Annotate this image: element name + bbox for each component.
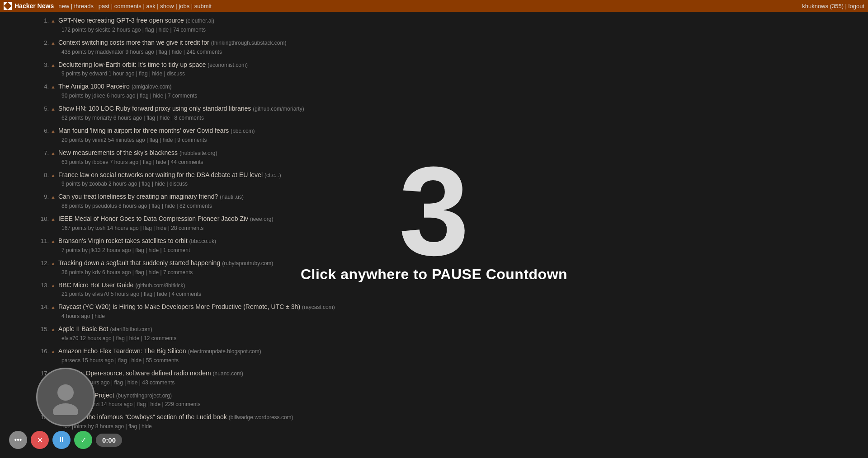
flag-link[interactable]: flag (135, 269, 144, 276)
story-link[interactable]: Show HN: 100 LOC Ruby forward proxy usin… (58, 103, 251, 113)
nav-jobs[interactable]: jobs (179, 3, 189, 9)
upvote-button[interactable]: ▲ (51, 304, 56, 312)
hide-link[interactable]: hide (152, 70, 162, 77)
story-link[interactable]: Apple II Basic Bot (58, 324, 108, 334)
story-link[interactable]: Tracking down a segfault that suddenly s… (58, 258, 220, 268)
upvote-button[interactable]: ▲ (51, 172, 56, 180)
story-link[interactable]: Amazon Echo Flex Teardown: The Big Silic… (58, 346, 186, 356)
comments-link[interactable]: 55 comments (146, 357, 179, 364)
hide-link[interactable]: hide (153, 93, 163, 99)
upvote-button[interactable]: ▲ (51, 215, 56, 224)
upvote-button[interactable]: ▲ (51, 348, 56, 356)
story-user[interactable]: tosh (95, 225, 106, 231)
story-user[interactable]: zoobab (89, 181, 107, 187)
comments-link[interactable]: 8 comments (175, 115, 204, 121)
story-user[interactable]: ibobev (92, 159, 108, 165)
flag-link[interactable]: flag (143, 159, 151, 165)
close-button[interactable]: ✕ (31, 431, 49, 449)
comments-link[interactable]: 12 comments (144, 335, 176, 341)
story-link[interactable]: New measurements of the sky's blackness (58, 148, 178, 158)
check-button[interactable]: ✓ (74, 431, 92, 449)
story-link[interactable]: Can you treat loneliness by creating an … (58, 192, 218, 201)
story-link[interactable]: Context switching costs more than we giv… (58, 37, 209, 47)
story-link[interactable]: IEEE Medal of Honor Goes to Data Compres… (58, 214, 248, 224)
comments-link[interactable]: 241 comments (186, 49, 222, 55)
story-user[interactable]: maddynator (95, 49, 124, 55)
story-link[interactable]: The Amiga 1000 Parceiro (58, 81, 130, 91)
more-button[interactable]: ••• (9, 431, 27, 449)
flag-link[interactable]: flag (159, 49, 167, 55)
comments-link[interactable]: 82 comments (179, 203, 212, 209)
flag-link[interactable]: flag (145, 27, 154, 33)
hide-link[interactable]: hide (94, 313, 105, 319)
upvote-button[interactable]: ▲ (51, 150, 56, 158)
hide-link[interactable]: hide (160, 115, 170, 121)
upvote-button[interactable]: ▲ (51, 105, 56, 113)
flag-link[interactable]: flag (139, 70, 147, 77)
flag-link[interactable]: flag (151, 203, 160, 209)
comments-link[interactable]: 44 comments (171, 159, 203, 165)
hide-link[interactable]: hide (156, 159, 166, 165)
hide-link[interactable]: hide (142, 423, 152, 430)
flag-link[interactable]: flag (140, 93, 148, 99)
comments-link[interactable]: 7 comments (168, 93, 197, 99)
upvote-button[interactable]: ▲ (51, 238, 56, 246)
hide-link[interactable]: hide (150, 401, 160, 407)
user-link[interactable]: khuknows (355) | logout (802, 3, 864, 9)
story-link[interactable]: Branson's Virgin rocket takes satellites… (58, 236, 188, 246)
story-user[interactable]: parsecs (61, 357, 80, 364)
story-user[interactable]: edward (89, 70, 107, 77)
flag-link[interactable]: flag (150, 137, 158, 143)
hide-link[interactable]: hide (163, 137, 173, 143)
hide-link[interactable]: hide (158, 27, 169, 33)
comments-link[interactable]: 9 comments (177, 137, 207, 143)
story-link[interactable]: Decluttering low-Earth orbit: It's time … (58, 60, 206, 70)
nav-past[interactable]: past (99, 3, 110, 9)
upvote-button[interactable]: ▲ (51, 83, 56, 91)
pause-button[interactable]: ⏸ (52, 431, 71, 449)
comments-link[interactable]: 28 comments (171, 225, 203, 231)
story-link[interactable]: Man found 'living in airport for three m… (58, 126, 229, 136)
hide-link[interactable]: hide (165, 203, 175, 209)
nav-comments[interactable]: comments (114, 3, 142, 9)
story-user[interactable]: elvis70 (92, 291, 109, 297)
hide-link[interactable]: hide (157, 291, 167, 297)
comments-link[interactable]: 43 comments (142, 379, 175, 386)
comments-link[interactable]: 1 comment (163, 247, 190, 253)
flag-link[interactable]: flag (143, 225, 152, 231)
upvote-button[interactable]: ▲ (51, 39, 56, 47)
comments-link[interactable]: discuss (167, 70, 185, 77)
story-user[interactable]: jfk13 (89, 247, 100, 253)
hide-link[interactable]: hide (131, 357, 142, 364)
comments-link[interactable]: discuss (170, 181, 188, 187)
flag-link[interactable]: flag (128, 423, 137, 430)
story-user[interactable]: jdkee (92, 93, 105, 99)
flag-link[interactable]: flag (144, 291, 152, 297)
nav-submit[interactable]: submit (194, 3, 212, 9)
upvote-button[interactable]: ▲ (51, 17, 56, 25)
hide-link[interactable]: hide (127, 379, 138, 386)
hide-link[interactable]: hide (148, 269, 159, 276)
comments-link[interactable]: 229 comments (165, 401, 201, 407)
hide-link[interactable]: hide (155, 181, 165, 187)
upvote-button[interactable]: ▲ (51, 61, 56, 70)
story-user[interactable]: kdv (92, 269, 101, 276)
comments-link[interactable]: 74 comments (173, 27, 206, 33)
story-user[interactable]: elvis70 (61, 335, 78, 341)
flag-link[interactable]: flag (118, 357, 127, 364)
story-user[interactable]: pseudolus (92, 203, 117, 209)
story-link[interactable]: Raycast (YC W20) Is Hiring to Make Devel… (58, 302, 300, 312)
hide-link[interactable]: hide (156, 225, 167, 231)
hide-link[interactable]: hide (148, 247, 159, 253)
flag-link[interactable]: flag (146, 115, 155, 121)
nav-ask[interactable]: ask (146, 3, 155, 9)
story-user[interactable]: vinni2 (92, 137, 106, 143)
flag-link[interactable]: flag (135, 247, 144, 253)
story-link[interactable]: France law on social networks not waitin… (58, 170, 263, 180)
comments-link[interactable]: 7 comments (163, 269, 193, 276)
upvote-button[interactable]: ▲ (51, 193, 56, 201)
story-user[interactable]: siesite (95, 27, 111, 33)
upvote-button[interactable]: ▲ (51, 127, 56, 136)
hide-link[interactable]: hide (129, 335, 140, 341)
story-user[interactable]: moriarty (92, 115, 112, 121)
